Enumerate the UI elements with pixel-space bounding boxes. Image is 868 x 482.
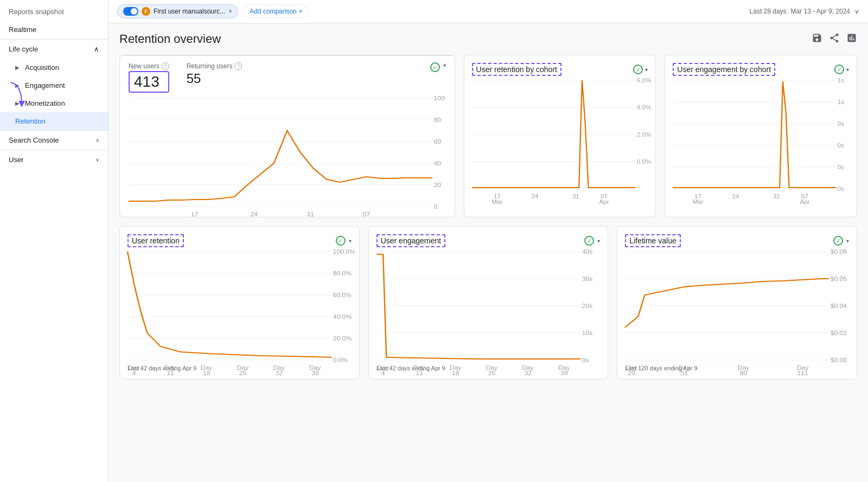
svg-text:20s: 20s	[582, 303, 592, 309]
sidebar-item-user[interactable]: User ∨	[0, 150, 108, 169]
sidebar-item-monetization[interactable]: ▶ Monetization	[0, 94, 108, 112]
toggle-switch[interactable]	[123, 7, 138, 16]
svg-text:$0.08: $0.08	[831, 249, 847, 255]
svg-text:80: 80	[740, 370, 747, 376]
svg-text:0.0%: 0.0%	[636, 159, 651, 165]
cohort-engagement-dropdown[interactable]: ▾	[846, 67, 849, 73]
filter-avatar: F	[142, 7, 150, 16]
cohort-retention-title: User retention by cohort	[472, 63, 561, 76]
lifetime-value-check-icon[interactable]: ✓	[833, 236, 843, 246]
svg-text:31: 31	[773, 194, 780, 200]
filter-toggle-chip[interactable]: F First user manualsourc... ×	[117, 4, 238, 18]
svg-text:40: 40	[434, 160, 442, 166]
lifetime-value-actions: ✓ ▾	[833, 236, 849, 246]
lifetime-value-chart: $0.08 $0.05 $0.04 $0.02 $0.00 Day 20 Day…	[625, 252, 849, 362]
svg-text:32: 32	[524, 370, 531, 376]
svg-text:0s: 0s	[838, 143, 845, 149]
returning-users-value: 55	[187, 71, 242, 86]
returning-users-info-icon[interactable]: ?	[234, 62, 242, 70]
cohort-retention-dropdown[interactable]: ▾	[645, 67, 648, 73]
add-comparison-button[interactable]: Add comparison +	[244, 5, 309, 18]
user-retention-title: User retention	[127, 234, 184, 247]
page-actions	[812, 33, 857, 46]
date-range: Mar 13 - Apr 9, 2024	[791, 8, 850, 15]
overview-chart: 100 80 60 40 20 0 17 Mar 24 31 07	[129, 98, 446, 208]
cohort-engagement-header: User engagement by cohort ✓ ▾	[673, 63, 849, 76]
save-report-button[interactable]	[812, 33, 822, 46]
svg-text:Mar: Mar	[693, 199, 704, 205]
chevron-right-icon: ▶	[15, 65, 20, 70]
user-retention-actions: ✓ ▾	[336, 236, 352, 246]
page-header: Retention overview	[108, 23, 868, 50]
sidebar-item-realtime[interactable]: Realtime	[0, 20, 108, 40]
sidebar-item-acquisition[interactable]: ▶ Acquisition	[0, 59, 108, 76]
sidebar-lifecycle-header[interactable]: Life cycle ∧	[0, 40, 108, 59]
share-button[interactable]	[829, 33, 840, 46]
user-retention-chart: 100.0% 80.0% 60.0% 40.0% 20.0% 0.0% Day …	[127, 252, 352, 362]
svg-text:0s: 0s	[838, 186, 845, 192]
svg-text:24: 24	[732, 194, 739, 200]
svg-text:11: 11	[416, 370, 423, 376]
svg-text:$0.00: $0.00	[831, 357, 847, 363]
svg-text:80: 80	[434, 117, 442, 123]
svg-text:51: 51	[681, 370, 688, 376]
main-content: F First user manualsourc... × Add compar…	[108, 0, 868, 482]
cohort-engagement-check-icon[interactable]: ✓	[834, 65, 844, 74]
chevron-right-icon: ▶	[15, 100, 20, 106]
user-engagement-dropdown[interactable]: ▾	[597, 238, 600, 244]
new-users-value: 413	[129, 71, 169, 93]
close-icon[interactable]: ×	[228, 8, 232, 15]
sidebar-item-engagement[interactable]: ▶ Engagement	[0, 76, 108, 94]
user-engagement-header: User engagement ✓ ▾	[376, 234, 601, 247]
lifetime-value-svg: $0.08 $0.05 $0.04 $0.02 $0.00 Day 20 Day…	[625, 252, 849, 360]
svg-text:60: 60	[434, 139, 442, 145]
svg-text:18: 18	[203, 370, 210, 376]
svg-text:Apr: Apr	[599, 199, 609, 205]
bottom-cards-row: User retention ✓ ▾ 100.0%	[119, 226, 857, 380]
lifetime-value-title: Lifetime value	[625, 234, 680, 247]
svg-text:1s: 1s	[838, 78, 845, 83]
sidebar-item-retention[interactable]: Retention	[0, 112, 108, 130]
svg-text:39: 39	[560, 370, 567, 376]
cohort-retention-check-icon[interactable]: ✓	[633, 65, 643, 74]
svg-text:20: 20	[628, 370, 635, 376]
cohort-retention-chart: 6.0% 4.0% 2.0% 0.0% 17 Mar 24 31 07 Apr	[472, 80, 648, 209]
lifetime-value-card: Lifetime value ✓ ▾ $0.08 $0.05	[617, 226, 857, 380]
svg-text:$0.05: $0.05	[831, 276, 847, 282]
overview-dropdown[interactable]: ▾	[443, 62, 446, 68]
share-icon	[829, 33, 840, 43]
lifetime-value-dropdown[interactable]: ▾	[846, 238, 849, 244]
page-title: Retention overview	[119, 32, 221, 46]
topbar: F First user manualsourc... × Add compar…	[108, 0, 868, 23]
new-users-info-icon[interactable]: ?	[162, 62, 169, 70]
svg-text:Mar: Mar	[492, 199, 502, 205]
svg-text:10s: 10s	[582, 330, 592, 336]
svg-text:25: 25	[488, 370, 495, 376]
save-icon	[812, 33, 822, 43]
user-retention-check-icon[interactable]: ✓	[336, 236, 346, 246]
user-engagement-check-icon[interactable]: ✓	[584, 236, 594, 246]
overview-chart-svg: 100 80 60 40 20 0 17 Mar 24 31 07	[129, 98, 446, 207]
date-range-dropdown[interactable]: ∨	[854, 8, 859, 15]
metric-tabs	[120, 55, 455, 56]
svg-text:24: 24	[251, 211, 258, 217]
lifetime-value-header: Lifetime value ✓ ▾	[625, 234, 849, 247]
svg-text:0s: 0s	[582, 357, 589, 363]
user-engagement-actions: ✓ ▾	[584, 236, 600, 246]
user-chevron-icon: ∨	[95, 157, 99, 163]
sidebar-item-search-console[interactable]: Search Console ∨	[0, 131, 108, 150]
cohort-engagement-title: User engagement by cohort	[673, 63, 775, 76]
top-cards-row: New users ? 413 Returning users ? 55 ✓	[119, 55, 857, 217]
svg-text:31: 31	[572, 194, 579, 200]
insights-button[interactable]	[846, 33, 857, 46]
svg-text:Apr: Apr	[800, 199, 810, 205]
svg-text:4.0%: 4.0%	[636, 105, 651, 111]
overview-check-icon[interactable]: ✓	[430, 62, 440, 72]
user-retention-dropdown[interactable]: ▾	[349, 238, 352, 244]
svg-text:4: 4	[132, 370, 136, 376]
svg-text:25: 25	[239, 370, 246, 376]
content-area: New users ? 413 Returning users ? 55 ✓	[108, 50, 868, 390]
svg-text:20.0%: 20.0%	[333, 336, 352, 342]
overview-card: New users ? 413 Returning users ? 55 ✓	[119, 55, 455, 217]
cohort-retention-header: User retention by cohort ✓ ▾	[472, 63, 648, 76]
